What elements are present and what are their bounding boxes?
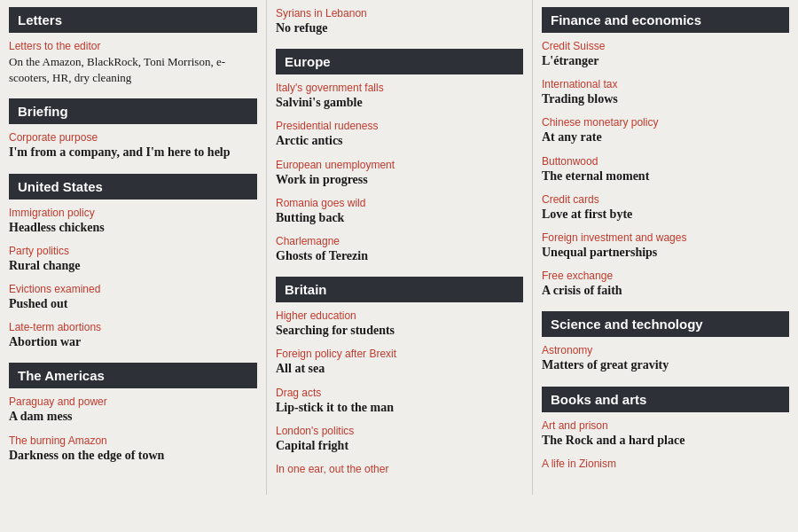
article-title[interactable]: Pushed out	[9, 296, 257, 312]
section-header-the-americas: The Americas	[9, 363, 257, 388]
article-title[interactable]: Trading blows	[542, 91, 789, 107]
article-europe-0: Italy's government falls Salvini's gambl…	[276, 82, 523, 111]
article-us-0: Immigration policy Headless chickens	[9, 207, 257, 236]
article-title[interactable]: Abortion war	[9, 334, 257, 350]
article-syrians-0: Syrians in Lebanon No refuge	[276, 7, 523, 36]
article-category[interactable]: Drag acts	[276, 387, 523, 399]
article-category[interactable]: International tax	[542, 78, 789, 90]
article-category[interactable]: Foreign policy after Brexit	[276, 348, 523, 360]
article-category[interactable]: Italy's government falls	[276, 82, 523, 94]
letters-text: On the Amazon, BlackRock, Toni Morrison,…	[9, 54, 257, 86]
article-britain-3: London's politics Capital fright	[276, 425, 523, 454]
section-header-books-arts: Books and arts	[542, 387, 789, 412]
article-category[interactable]: Corporate purpose	[9, 131, 257, 144]
article-category[interactable]: The burning Amazon	[9, 434, 257, 447]
section-the-americas: The Americas Paraguay and power A dam me…	[9, 363, 257, 463]
article-category[interactable]: Charlemagne	[276, 235, 523, 247]
article-title[interactable]: Salvini's gamble	[276, 95, 523, 111]
article-finance-3: Buttonwood The eternal moment	[542, 155, 789, 184]
article-category[interactable]: London's politics	[276, 425, 523, 437]
article-title[interactable]: I'm from a company, and I'm here to help	[9, 145, 257, 160]
section-header-finance-economics: Finance and economics	[542, 7, 789, 33]
article-category[interactable]: Credit cards	[542, 193, 789, 206]
section-science-technology: Science and technology Astronomy Matters…	[542, 311, 789, 373]
article-title[interactable]: Butting back	[276, 210, 523, 226]
article-category[interactable]: Buttonwood	[542, 155, 789, 168]
article-title[interactable]: No refuge	[276, 20, 523, 36]
section-europe: Europe Italy's government falls Salvini'…	[276, 49, 523, 264]
article-americas-0: Paraguay and power A dam mess	[9, 395, 257, 425]
article-europe-4: Charlemagne Ghosts of Terezin	[276, 235, 523, 264]
article-title[interactable]: Arctic antics	[276, 133, 523, 149]
article-title[interactable]: At any rate	[542, 129, 789, 145]
article-category[interactable]: Astronomy	[542, 344, 789, 356]
article-title[interactable]: Matters of great gravity	[542, 357, 789, 373]
section-briefing: Briefing Corporate purpose I'm from a co…	[9, 98, 257, 160]
column-1: Letters Letters to the editor On the Ama…	[0, 0, 266, 495]
section-header-europe: Europe	[276, 49, 523, 74]
article-category[interactable]: Free exchange	[542, 270, 789, 282]
column-2: Syrians in Lebanon No refuge Europe Ital…	[266, 0, 532, 495]
article-britain-0: Higher education Searching for students	[276, 309, 523, 339]
article-category[interactable]: Art and prison	[542, 419, 789, 432]
section-syrians: Syrians in Lebanon No refuge	[276, 7, 523, 36]
article-category[interactable]: Romania goes wild	[276, 197, 523, 209]
article-europe-3: Romania goes wild Butting back	[276, 197, 523, 226]
article-books-0: Art and prison The Rock and a hard place	[542, 419, 789, 449]
article-title[interactable]: Work in progress	[276, 172, 523, 188]
article-title[interactable]: A dam mess	[9, 409, 257, 425]
column-3: Finance and economics Credit Suisse L'ét…	[532, 0, 798, 495]
article-finance-0: Credit Suisse L'étranger	[542, 40, 789, 69]
article-category[interactable]: Paraguay and power	[9, 395, 257, 408]
article-britain-4: In one ear, out the other	[276, 463, 523, 475]
letters-link[interactable]: Letters to the editor	[9, 40, 257, 52]
article-finance-6: Free exchange A crisis of faith	[542, 270, 789, 299]
article-title[interactable]: Capital fright	[276, 438, 523, 454]
article-category[interactable]: Party politics	[9, 245, 257, 257]
section-header-united-states: United States	[9, 174, 257, 200]
article-title[interactable]: Headless chickens	[9, 220, 257, 236]
article-category[interactable]: In one ear, out the other	[276, 463, 523, 475]
section-united-states: United States Immigration policy Headles…	[9, 174, 257, 351]
article-category[interactable]: Syrians in Lebanon	[276, 7, 523, 20]
article-europe-1: Presidential rudeness Arctic antics	[276, 120, 523, 149]
article-title[interactable]: The eternal moment	[542, 168, 789, 184]
main-layout: Letters Letters to the editor On the Ama…	[0, 0, 798, 495]
article-title[interactable]: L'étranger	[542, 53, 789, 69]
article-category[interactable]: Presidential rudeness	[276, 120, 523, 132]
article-title[interactable]: Unequal partnerships	[542, 245, 789, 261]
article-us-3: Late-term abortions Abortion war	[9, 321, 257, 350]
article-us-1: Party politics Rural change	[9, 245, 257, 274]
article-title[interactable]: Searching for students	[276, 323, 523, 339]
article-finance-5: Foreign investment and wages Unequal par…	[542, 231, 789, 261]
section-header-briefing: Briefing	[9, 98, 257, 124]
article-title[interactable]: All at sea	[276, 361, 523, 377]
article-category[interactable]: Late-term abortions	[9, 321, 257, 333]
article-category[interactable]: Immigration policy	[9, 207, 257, 219]
article-title[interactable]: The Rock and a hard place	[542, 433, 789, 449]
article-category[interactable]: A life in Zionism	[542, 458, 789, 470]
article-category[interactable]: Evictions examined	[9, 283, 257, 295]
article-category[interactable]: Foreign investment and wages	[542, 231, 789, 244]
article-briefing-0: Corporate purpose I'm from a company, an…	[9, 131, 257, 160]
section-britain: Britain Higher education Searching for s…	[276, 277, 523, 475]
section-header-britain: Britain	[276, 277, 523, 302]
article-title[interactable]: Rural change	[9, 258, 257, 274]
article-title[interactable]: Ghosts of Terezin	[276, 248, 523, 264]
article-category[interactable]: European unemployment	[276, 159, 523, 171]
article-books-1: A life in Zionism	[542, 458, 789, 470]
section-letters: Letters Letters to the editor On the Ama…	[9, 7, 257, 86]
article-finance-4: Credit cards Love at first byte	[542, 193, 789, 223]
article-category[interactable]: Higher education	[276, 309, 523, 322]
article-title[interactable]: Love at first byte	[542, 207, 789, 223]
article-category[interactable]: Credit Suisse	[542, 40, 789, 52]
section-header-science-technology: Science and technology	[542, 311, 789, 337]
article-title[interactable]: Lip-stick it to the man	[276, 400, 523, 416]
article-finance-1: International tax Trading blows	[542, 78, 789, 107]
article-category[interactable]: Chinese monetary policy	[542, 116, 789, 129]
section-books-arts: Books and arts Art and prison The Rock a…	[542, 387, 789, 470]
article-us-2: Evictions examined Pushed out	[9, 283, 257, 312]
section-finance-economics: Finance and economics Credit Suisse L'ét…	[542, 7, 789, 299]
article-title[interactable]: A crisis of faith	[542, 283, 789, 299]
article-title[interactable]: Darkness on the edge of town	[9, 448, 257, 464]
